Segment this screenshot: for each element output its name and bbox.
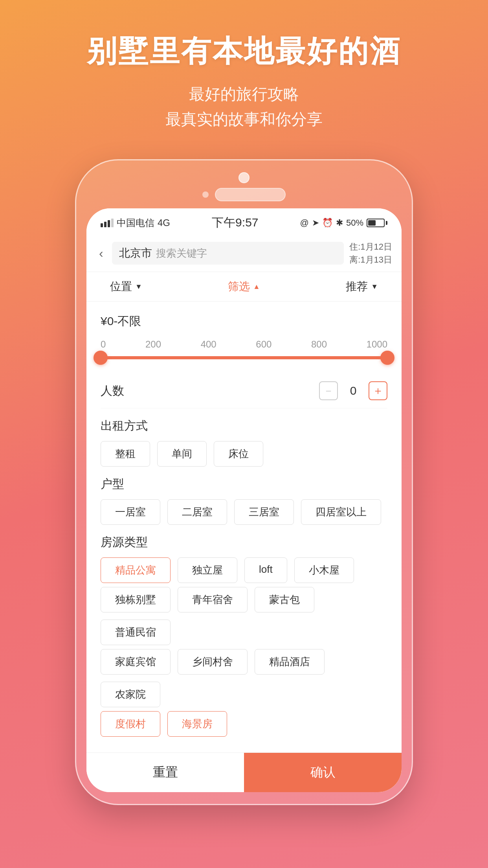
rental-tag-1[interactable]: 单间 <box>157 441 207 467</box>
filter-label: 筛选 <box>228 279 250 294</box>
rental-tag-2[interactable]: 床位 <box>214 441 263 467</box>
signal-bar-2 <box>104 222 106 227</box>
status-bar: 中国电信 4G 下午9:57 @ ➤ ⏰ ✱ 50% <box>86 208 402 235</box>
recommend-label: 推荐 <box>346 279 368 294</box>
property-type-row-3: 家庭宾馆 乡间村舍 精品酒店 农家院 <box>101 649 387 707</box>
signal-bar-3 <box>108 220 110 227</box>
property-tag-guesthouse[interactable]: 家庭宾馆 <box>101 649 171 675</box>
property-tag-yurt[interactable]: 蒙古包 <box>255 587 314 612</box>
date-info: 住:1月12日 离:1月13日 <box>349 240 392 266</box>
phone-dot <box>202 191 209 198</box>
search-bar: ‹ 北京市 搜索关键字 住:1月12日 离:1月13日 <box>86 235 402 272</box>
price-slider-track[interactable] <box>101 356 387 359</box>
battery-icon <box>367 219 387 227</box>
phone-speaker <box>215 188 286 201</box>
property-type-title: 房源类型 <box>101 534 387 550</box>
property-type-row-1: 精品公寓 独立屋 loft 小木屋 <box>101 557 387 583</box>
room-type-tags-row: 一居室 二居室 三居室 四居室以上 <box>101 499 387 525</box>
price-slider-thumb-left[interactable] <box>94 351 108 365</box>
search-placeholder: 搜索关键字 <box>156 246 207 260</box>
property-tag-loft[interactable]: loft <box>244 557 287 583</box>
price-scale-0: 0 <box>101 339 106 350</box>
people-label: 人数 <box>101 383 124 399</box>
counter-value: 0 <box>347 384 359 397</box>
hero-subtitle-line1: 最好的旅行攻略 <box>16 81 472 107</box>
filter-arrow-icon: ▲ <box>253 283 260 291</box>
property-tag-villa[interactable]: 独立屋 <box>178 557 237 583</box>
search-input-area[interactable]: 北京市 搜索关键字 <box>112 242 344 265</box>
property-tag-boutique-hotel[interactable]: 精品酒店 <box>255 649 325 675</box>
main-content: ¥0-不限 0 200 400 600 800 1000 人数 <box>86 302 402 752</box>
status-left: 中国电信 4G <box>101 217 170 229</box>
property-tag-farmhouse[interactable]: 农家院 <box>101 682 160 707</box>
location-arrow-icon: ▼ <box>135 283 142 291</box>
search-location: 北京市 <box>119 246 152 261</box>
at-icon: @ <box>300 218 309 228</box>
property-tag-hostel[interactable]: 青年宿舍 <box>178 587 248 612</box>
price-scale: 0 200 400 600 800 1000 <box>101 339 387 350</box>
room-tag-3[interactable]: 四居室以上 <box>301 499 381 525</box>
checkin-date: 住:1月12日 <box>349 240 392 253</box>
room-type-title: 户型 <box>101 476 387 492</box>
status-time: 下午9:57 <box>212 215 258 231</box>
price-label: ¥0-不限 <box>101 313 387 329</box>
property-tag-detached[interactable]: 独栋别墅 <box>101 587 171 612</box>
property-type-row-4: 度假村 海景房 <box>101 711 387 737</box>
rental-section-title: 出租方式 <box>101 418 387 434</box>
alarm-icon: ⏰ <box>322 218 333 228</box>
property-tag-seaview[interactable]: 海景房 <box>167 711 227 737</box>
price-slider-thumb-right[interactable] <box>380 351 394 365</box>
phone-mockup: 中国电信 4G 下午9:57 @ ➤ ⏰ ✱ 50% <box>75 159 413 805</box>
price-scale-400: 400 <box>201 339 216 350</box>
decrease-button[interactable]: － <box>319 381 338 400</box>
price-scale-200: 200 <box>145 339 161 350</box>
price-scale-600: 600 <box>256 339 272 350</box>
counter-area: － 0 ＋ <box>319 381 387 400</box>
battery-body <box>367 219 385 227</box>
phone-top-decoration <box>86 172 402 201</box>
signal-bar-4 <box>111 219 114 227</box>
price-scale-1000: 1000 <box>367 339 387 350</box>
property-tag-countryside[interactable]: 乡间村舍 <box>178 649 248 675</box>
carrier-name: 中国电信 <box>117 217 154 229</box>
property-tag-cabin[interactable]: 小木屋 <box>294 557 354 583</box>
battery-tip <box>386 221 387 225</box>
main-filter[interactable]: 筛选 ▲ <box>228 279 260 294</box>
room-tag-0[interactable]: 一居室 <box>101 499 160 525</box>
phone-screen: 中国电信 4G 下午9:57 @ ➤ ⏰ ✱ 50% <box>86 208 402 792</box>
location-icon: ➤ <box>312 218 319 228</box>
recommend-filter[interactable]: 推荐 ▼ <box>346 279 378 294</box>
people-count-row: 人数 － 0 ＋ <box>101 373 387 408</box>
signal-bar-1 <box>101 223 103 227</box>
property-tag-bnb[interactable]: 普通民宿 <box>101 620 171 645</box>
room-tag-2[interactable]: 三居室 <box>234 499 294 525</box>
phone-camera <box>238 172 250 183</box>
battery-fill <box>368 220 376 226</box>
signal-bars <box>101 219 114 227</box>
hero-subtitle: 最好的旅行攻略 最真实的故事和你分享 <box>16 81 472 132</box>
price-slider-fill <box>101 356 387 359</box>
rental-tags-row: 整租 单间 床位 <box>101 441 387 467</box>
increase-button[interactable]: ＋ <box>369 381 387 400</box>
bluetooth-icon: ✱ <box>336 218 343 228</box>
phone-dots-row <box>202 188 286 201</box>
property-type-row-2: 独栋别墅 青年宿舍 蒙古包 普通民宿 <box>101 587 387 645</box>
price-scale-800: 800 <box>311 339 327 350</box>
room-tag-1[interactable]: 二居室 <box>167 499 227 525</box>
confirm-button[interactable]: 确认 <box>244 753 402 792</box>
property-tag-boutique[interactable]: 精品公寓 <box>101 557 171 583</box>
checkout-date: 离:1月13日 <box>349 253 392 266</box>
location-filter[interactable]: 位置 ▼ <box>110 279 142 294</box>
rental-tag-0[interactable]: 整租 <box>101 441 150 467</box>
battery-percent: 50% <box>346 218 363 228</box>
hero-section: 别墅里有本地最好的酒 最好的旅行攻略 最真实的故事和你分享 <box>0 0 488 147</box>
network-type: 4G <box>158 217 170 228</box>
phone-outer: 中国电信 4G 下午9:57 @ ➤ ⏰ ✱ 50% <box>75 159 413 805</box>
status-right: @ ➤ ⏰ ✱ 50% <box>300 218 387 228</box>
hero-title: 别墅里有本地最好的酒 <box>16 31 472 72</box>
bottom-bar: 重置 确认 <box>86 752 402 792</box>
property-tag-resort[interactable]: 度假村 <box>101 711 160 737</box>
reset-button[interactable]: 重置 <box>86 753 244 792</box>
back-button[interactable]: ‹ <box>96 245 106 262</box>
location-filter-label: 位置 <box>110 279 132 294</box>
